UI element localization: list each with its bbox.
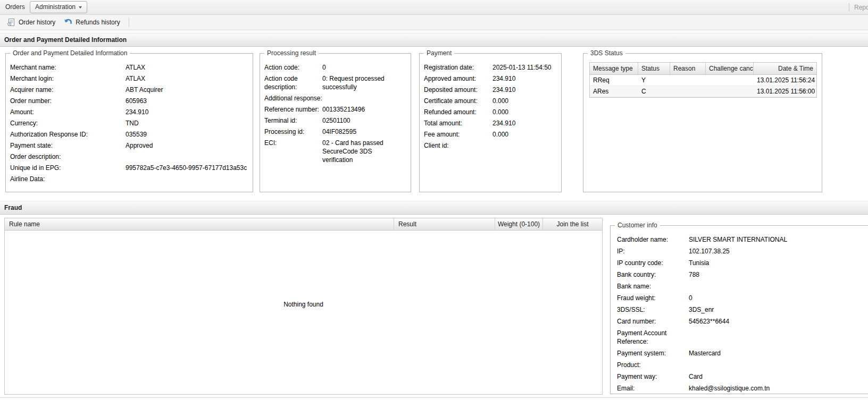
field-value: ABT Acquirer bbox=[126, 86, 248, 94]
order-detail-area: Order and Payment Detailed Information M… bbox=[0, 47, 868, 201]
row-processing-id: Processing id:04IF082595 bbox=[260, 127, 411, 136]
tab-administration[interactable]: Administration bbox=[30, 1, 87, 13]
field-label: Bank name: bbox=[617, 282, 689, 291]
cell-reason bbox=[670, 75, 706, 86]
field-label: Client id: bbox=[424, 141, 493, 150]
field-value bbox=[689, 329, 848, 346]
field-value: 234.910 bbox=[493, 86, 556, 94]
field-value: Approved bbox=[126, 141, 248, 150]
field-value: 0: Request processed successfully bbox=[322, 74, 388, 91]
chevron-down-icon bbox=[79, 6, 82, 8]
field-value: TND bbox=[126, 119, 248, 127]
field-label: Terminal id: bbox=[264, 116, 322, 125]
row-approved-amount: Approved amount:234.910 bbox=[420, 74, 561, 83]
order-history-icon bbox=[7, 18, 15, 27]
row-refunded-amount: Refunded amount:0.000 bbox=[420, 108, 561, 116]
field-label: Processing id: bbox=[264, 127, 322, 136]
field-value bbox=[126, 152, 248, 161]
field-value: 545623**6644 bbox=[689, 317, 848, 326]
tds-col-status[interactable]: Status bbox=[638, 63, 670, 74]
field-value: SILVER SMART INTERNATIONAL bbox=[689, 235, 848, 244]
tds-row-rreq[interactable]: RReq Y 13.01.2025 11:56:24 bbox=[590, 75, 816, 86]
row-fee-amount: Fee amount:0.000 bbox=[420, 130, 561, 139]
field-value: Tunisia bbox=[689, 259, 848, 267]
row-ip-country-code: IP country code:Tunisia bbox=[611, 259, 868, 267]
field-label: Email: bbox=[617, 384, 689, 393]
fraud-col-rule-name[interactable]: Rule name bbox=[5, 218, 394, 230]
field-value: 234.910 bbox=[493, 119, 556, 127]
field-value: 0 bbox=[322, 63, 388, 72]
field-label: Registration date: bbox=[424, 63, 493, 72]
row-terminal-id: Terminal id:02501100 bbox=[260, 116, 411, 125]
field-value bbox=[322, 94, 388, 103]
panel-bottom-edge bbox=[0, 397, 868, 398]
row-order-description: Order description: bbox=[6, 152, 253, 161]
cell-reason bbox=[670, 86, 706, 97]
cell-message-type: RReq bbox=[590, 75, 638, 86]
cell-challenge-cancel bbox=[706, 75, 754, 86]
field-value: 0.000 bbox=[493, 130, 556, 139]
row-reference-number: Reference number:001335213496 bbox=[260, 105, 411, 114]
top-tab-bar: Orders Administration Repo bbox=[0, 0, 868, 15]
order-detail-fieldset: Order and Payment Detailed Information M… bbox=[5, 53, 253, 192]
field-value: 234.910 bbox=[493, 74, 556, 83]
row-order-number: Order number:605963 bbox=[6, 97, 253, 105]
history-toolbar: Order history Refunds history bbox=[0, 15, 868, 30]
field-value: 0.000 bbox=[493, 97, 556, 105]
order-history-button[interactable]: Order history bbox=[3, 16, 60, 28]
row-email: Email:khaled@ssilogistique.com.tn bbox=[611, 384, 868, 393]
field-label: Acquirer name: bbox=[10, 86, 126, 94]
row-payment-account-reference: Payment Account Reference: bbox=[611, 329, 868, 346]
app-window: Orders Administration Repo Order history bbox=[0, 0, 868, 400]
fraud-col-join-the-list[interactable]: Join the list bbox=[543, 218, 602, 230]
fraud-empty-text: Nothing found bbox=[283, 301, 323, 308]
field-value: 3DS_enr bbox=[689, 305, 848, 314]
field-label: Product: bbox=[617, 361, 689, 369]
field-label: Payment way: bbox=[617, 372, 689, 381]
tds-col-reason[interactable]: Reason bbox=[670, 63, 706, 74]
row-action-code: Action code:0 bbox=[260, 63, 411, 72]
tds-col-challenge-cancel[interactable]: Challenge cancel bbox=[706, 63, 754, 74]
field-label: Action code: bbox=[264, 63, 322, 72]
row-3ds-ssl: 3DS/SSL:3DS_enr bbox=[611, 305, 868, 314]
toolbar-separator bbox=[129, 18, 129, 27]
field-label: Reference number: bbox=[264, 105, 322, 114]
cell-date-time: 13.01.2025 11:56:24 bbox=[754, 75, 816, 86]
field-value bbox=[689, 361, 848, 369]
row-unique-id-in-epg: Unique id in EPG:995782a5-c7e3-4650-9957… bbox=[6, 164, 253, 172]
field-value bbox=[126, 175, 248, 183]
fraud-rules-table: Rule name Result Weight (0-100) Join the… bbox=[4, 218, 603, 395]
tab-orders[interactable]: Orders bbox=[5, 0, 25, 14]
tds-col-message-type[interactable]: Message type bbox=[590, 63, 638, 74]
fraud-area: Rule name Result Weight (0-100) Join the… bbox=[0, 215, 868, 396]
refunds-history-button[interactable]: Refunds history bbox=[60, 16, 124, 28]
field-label: Merchant name: bbox=[10, 63, 126, 72]
row-total-amount: Total amount:234.910 bbox=[420, 119, 561, 127]
row-acquirer-name: Acquirer name:ABT Acquirer bbox=[6, 86, 253, 94]
field-label: Order number: bbox=[10, 97, 126, 105]
field-label: Airline Data: bbox=[10, 175, 126, 183]
row-airline-data: Airline Data: bbox=[6, 175, 253, 183]
tds-row-ares[interactable]: ARes C 13.01.2025 11:56:00 bbox=[590, 86, 816, 97]
order-history-label: Order history bbox=[19, 19, 55, 26]
field-label: Cardholder name: bbox=[617, 235, 689, 244]
row-deposited-amount: Deposited amount:234.910 bbox=[420, 86, 561, 94]
fraud-section-header: Fraud bbox=[0, 201, 868, 215]
fraud-col-weight[interactable]: Weight (0-100) bbox=[495, 218, 543, 230]
row-currency: Currency:TND bbox=[6, 119, 253, 127]
field-value: 02501100 bbox=[322, 116, 388, 125]
tab-reports[interactable]: Repo bbox=[854, 4, 868, 11]
fraud-col-result[interactable]: Result bbox=[394, 218, 495, 230]
row-certificate-amount: Certificate amount:0.000 bbox=[420, 97, 561, 105]
row-payment-system: Payment system:Mastercard bbox=[611, 349, 868, 358]
row-merchant-name: Merchant name:ATLAX bbox=[6, 63, 253, 72]
tab-bar-right: Repo bbox=[849, 0, 868, 14]
field-value: 001335213496 bbox=[322, 105, 388, 114]
tds-col-date-time[interactable]: Date & Time bbox=[754, 63, 816, 74]
tab-administration-label: Administration bbox=[35, 3, 76, 11]
row-additional-response: Additional response: bbox=[260, 94, 411, 103]
field-value: Card bbox=[689, 372, 848, 381]
row-ip: IP:102.107.38.25 bbox=[611, 247, 868, 256]
cell-status: C bbox=[638, 86, 670, 97]
refunds-history-label: Refunds history bbox=[76, 19, 120, 26]
